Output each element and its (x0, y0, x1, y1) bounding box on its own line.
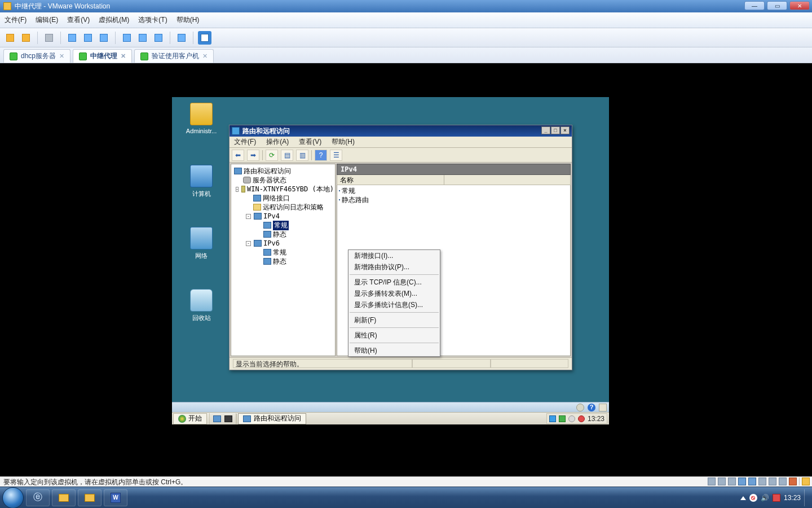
nav-back-icon[interactable]: ⬅ (232, 150, 244, 161)
taskbar-folder2[interactable] (78, 489, 102, 506)
guest-viewport[interactable]: Administr... 计算机 网络 回收站 路由和远程访问 _ □ × (0, 63, 812, 468)
close-icon[interactable]: ✕ (202, 52, 208, 60)
tree-node-ipv4-static[interactable]: 静态 (232, 230, 334, 239)
menu-edit[interactable]: 编辑(E) (36, 15, 58, 25)
ctx-item[interactable]: 显示多播转发表(M)... (348, 288, 440, 299)
tray-antivirus-icon[interactable] (773, 494, 780, 502)
maximize-button[interactable]: ▭ (767, 1, 787, 10)
list-item-general[interactable]: 常规 (337, 186, 570, 195)
device-usb-icon[interactable] (758, 478, 766, 485)
tb-unity-icon[interactable] (175, 31, 188, 45)
help-icon[interactable]: ? (315, 150, 327, 161)
menu-help[interactable]: 帮助(H) (176, 15, 200, 25)
tb-fullscreen-icon[interactable] (198, 31, 211, 45)
tree-node-ipv6-general[interactable]: 常规 (232, 248, 334, 257)
host-clock[interactable]: 13:23 (784, 494, 801, 502)
tray-network-icon[interactable] (549, 415, 556, 422)
rras-tree[interactable]: 路由和远程访问 服务器状态 -WIN-XTNYF465YBD (本地) 网络接口… (231, 164, 336, 356)
rmenu-file[interactable]: 文件(F) (234, 137, 256, 147)
tb-screen1-icon[interactable] (120, 31, 134, 45)
taskbar-item-rras[interactable]: 路由和远程访问 (238, 413, 306, 424)
close-icon[interactable]: ✕ (59, 52, 64, 60)
ctx-item[interactable]: 显示 TCP/IP 信息(C)... (348, 277, 440, 288)
desktop-icon-admin[interactable]: Administr... (182, 103, 221, 134)
tray-shield-icon[interactable] (559, 415, 566, 422)
tab-relay[interactable]: 中继代理✕ (73, 49, 132, 63)
tb-screen2-icon[interactable] (136, 31, 149, 45)
close-button[interactable]: × (561, 126, 570, 134)
host-start-button[interactable] (2, 487, 24, 509)
nav-fwd-icon[interactable]: ➡ (247, 150, 259, 161)
collapse-toggle[interactable]: - (246, 241, 251, 246)
ctx-item[interactable]: 帮助(H) (348, 345, 440, 356)
info-icon[interactable]: ☰ (330, 150, 342, 161)
start-button[interactable]: 开始 (173, 413, 207, 424)
tb-snap3-icon[interactable] (97, 31, 111, 45)
maximize-button[interactable]: □ (551, 126, 560, 134)
tb-pause-icon[interactable] (19, 31, 33, 45)
rmenu-action[interactable]: 操作(A) (266, 137, 289, 147)
device-printer-icon[interactable] (769, 478, 776, 485)
ql-explorer-icon[interactable] (224, 415, 232, 422)
device-display-icon[interactable] (789, 478, 797, 485)
tb-clock-icon[interactable] (65, 31, 79, 45)
guest-clock[interactable]: 13:23 (588, 415, 604, 423)
tray-nonet-icon[interactable]: ⦸ (749, 494, 757, 502)
menu-vm[interactable]: 虚拟机(M) (99, 15, 129, 25)
collapse-toggle[interactable]: - (246, 214, 251, 219)
properties-icon[interactable]: ▤ (281, 150, 293, 161)
collapse-toggle[interactable]: - (236, 187, 239, 192)
minimize-button[interactable]: — (744, 1, 765, 10)
taskbar-ie[interactable]: ⓔ (26, 489, 50, 506)
device-hdd-icon[interactable] (708, 478, 716, 485)
col-name[interactable]: 名称 (337, 175, 444, 185)
input-icon[interactable] (599, 404, 607, 411)
tb-play-icon[interactable] (3, 31, 17, 45)
rras-titlebar[interactable]: 路由和远程访问 _ □ × (230, 125, 572, 137)
device-cd-icon[interactable] (728, 478, 736, 485)
device-icon[interactable] (576, 404, 584, 411)
menu-view[interactable]: 查看(V) (67, 15, 90, 25)
ctx-item[interactable]: 新增接口(I)... (348, 250, 440, 261)
taskbar-explorer[interactable] (52, 489, 76, 506)
tb-snapshot-icon[interactable] (42, 31, 56, 45)
desktop-icon-recycle[interactable]: 回收站 (182, 289, 221, 322)
desktop-icon-computer[interactable]: 计算机 (182, 165, 221, 198)
tray-alert-icon[interactable] (578, 415, 585, 422)
export-icon[interactable]: ▥ (296, 150, 308, 161)
tree-node-ipv6-static[interactable]: 静态 (232, 257, 334, 266)
tree-node-ipv4-general[interactable]: 常规 (232, 221, 334, 230)
tray-speaker-icon[interactable]: 🔊 (761, 494, 769, 502)
tb-snap2-icon[interactable] (81, 31, 95, 45)
rmenu-help[interactable]: 帮助(H) (332, 137, 355, 147)
refresh-icon[interactable]: ⟳ (266, 150, 278, 161)
menu-tabs[interactable]: 选项卡(T) (138, 15, 167, 25)
minimize-button[interactable]: _ (541, 126, 550, 134)
tb-multimon-icon[interactable] (152, 31, 165, 45)
tab-dhcp[interactable]: dhcp服务器✕ (3, 49, 70, 63)
close-icon[interactable]: ✕ (121, 52, 126, 60)
guest-desktop[interactable]: Administr... 计算机 网络 回收站 路由和远程访问 _ □ × (172, 97, 609, 424)
close-button[interactable]: ✕ (789, 1, 810, 10)
desktop-icon-network[interactable]: 网络 (182, 227, 221, 260)
device-net-icon[interactable] (738, 478, 746, 485)
tray-updates-icon[interactable] (740, 496, 746, 500)
rmenu-view[interactable]: 查看(V) (299, 137, 321, 147)
message-icon[interactable] (802, 478, 810, 485)
menu-file[interactable]: 文件(F) (5, 15, 27, 25)
device-net2-icon[interactable] (748, 478, 756, 485)
tray-volume-icon[interactable] (568, 415, 575, 422)
tab-client[interactable]: 验证使用客户机✕ (134, 49, 214, 63)
device-sound-icon[interactable] (779, 478, 787, 485)
help-round-icon[interactable]: ? (588, 404, 595, 411)
ctx-item[interactable]: 显示多播统计信息(S)... (348, 299, 440, 310)
ctx-item[interactable]: 属性(R) (348, 330, 440, 341)
list-header[interactable]: 名称 (337, 175, 571, 185)
taskbar-word[interactable]: W (104, 489, 127, 506)
list-item-static-route[interactable]: 静态路由 (337, 195, 570, 204)
ctx-item[interactable]: 新增路由协议(P)... (348, 261, 440, 273)
device-floppy-icon[interactable] (718, 478, 726, 485)
show-desktop-button[interactable] (804, 489, 810, 506)
ql-desktop-icon[interactable] (213, 415, 221, 422)
ctx-item[interactable]: 刷新(F) (348, 314, 440, 326)
